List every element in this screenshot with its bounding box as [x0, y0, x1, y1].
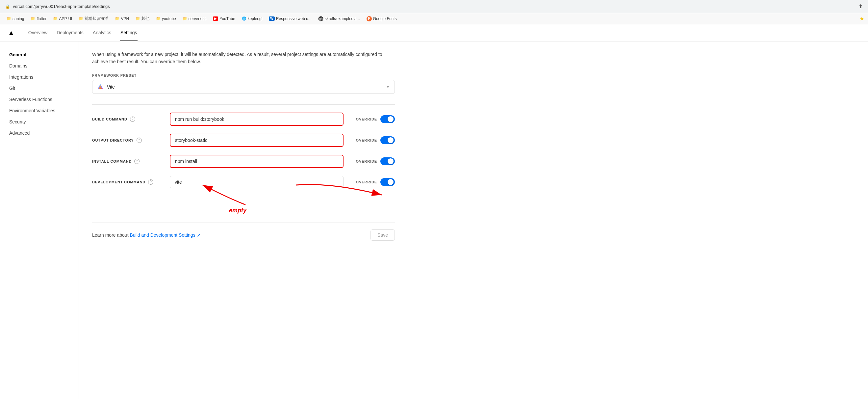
framework-description: When using a framework for a new project… — [92, 51, 395, 65]
install-command-label: INSTALL COMMAND — [92, 159, 132, 163]
bookmark-item[interactable]: serverless — [180, 16, 209, 22]
output-directory-override-label: OVERRIDE — [356, 138, 377, 142]
framework-preset-label: FRAMEWORK PRESET — [92, 73, 395, 78]
build-command-label: BUILD COMMAND — [92, 117, 127, 121]
sidebar-item-domains[interactable]: Domains — [5, 61, 73, 71]
bookmark-responsive[interactable]: W Responsive web d... — [266, 16, 314, 22]
build-command-row: BUILD COMMAND ? OVERRIDE — [92, 113, 395, 126]
settings-content: When using a framework for a new project… — [79, 41, 408, 399]
nav-tabs: Overview Deployments Analytics Settings — [28, 24, 138, 41]
tab-overview[interactable]: Overview — [28, 24, 48, 41]
build-command-input[interactable] — [170, 113, 343, 126]
footer-text: Learn more about Build and Development S… — [92, 233, 201, 238]
install-command-help-icon[interactable]: ? — [134, 159, 140, 164]
framework-preset-dropdown[interactable]: Vite ▼ — [92, 80, 395, 94]
framework-preset-section: FRAMEWORK PRESET — [92, 73, 395, 94]
fonts-icon: F — [367, 16, 372, 21]
sidebar: General Domains Integrations Git Serverl… — [0, 41, 79, 399]
build-settings-container: BUILD COMMAND ? OVERRIDE OUTPUT DIRECTOR… — [92, 113, 395, 188]
bookmark-kepler[interactable]: kepler.gl — [239, 16, 265, 22]
output-directory-label: OUTPUT DIRECTORY — [92, 138, 134, 142]
build-command-override-label: OVERRIDE — [356, 117, 377, 121]
lock-icon: 🔒 — [5, 4, 10, 9]
browser-bar: 🔒 vercel.com/jerrywu001/react-npm-templa… — [0, 0, 868, 13]
save-button[interactable]: Save — [371, 229, 395, 241]
main-layout: General Domains Integrations Git Serverl… — [0, 41, 868, 399]
bookmark-item[interactable]: APP-UI — [50, 16, 75, 22]
sidebar-item-git[interactable]: Git — [5, 83, 73, 93]
bookmark-youtube[interactable]: ▶ YouTube — [210, 16, 238, 22]
chevron-down-icon: ▼ — [386, 85, 390, 89]
vercel-logo: ▲ — [8, 29, 14, 36]
framework-value: Vite — [107, 84, 115, 90]
footer-area: Learn more about Build and Development S… — [92, 222, 395, 247]
bookmark-item[interactable]: flutter — [28, 16, 49, 22]
bookmark-item[interactable]: youtube — [153, 16, 179, 22]
bookmark-item[interactable]: 前端知识海洋 — [76, 15, 111, 22]
output-directory-override-toggle[interactable] — [380, 136, 395, 144]
build-command-help-icon[interactable]: ? — [130, 117, 135, 122]
bookmark-item[interactable]: VPN — [112, 16, 132, 22]
youtube-icon: ▶ — [213, 17, 218, 21]
bookmark-item[interactable]: suning — [4, 16, 27, 22]
build-command-override-toggle[interactable] — [380, 115, 395, 123]
vite-icon — [97, 84, 104, 90]
sidebar-item-advanced[interactable]: Advanced — [5, 128, 73, 138]
install-command-override-label: OVERRIDE — [356, 159, 377, 163]
url-bar[interactable]: vercel.com/jerrywu001/react-npm-template… — [13, 4, 856, 9]
sidebar-item-security[interactable]: Security — [5, 117, 73, 127]
github-icon: gh — [318, 16, 323, 21]
tab-analytics[interactable]: Analytics — [92, 24, 112, 41]
bookmark-skrollr[interactable]: gh skrollr/examples a... — [315, 15, 363, 22]
dev-command-label: DEVELOPMENT COMMAND — [92, 180, 146, 184]
dev-command-override-label: OVERRIDE — [356, 180, 377, 184]
tab-settings[interactable]: Settings — [120, 24, 138, 41]
bookmark-item[interactable]: 其他 — [133, 15, 152, 22]
empty-annotation: empty — [229, 207, 246, 214]
install-command-input[interactable] — [170, 155, 343, 168]
output-directory-row: OUTPUT DIRECTORY ? OVERRIDE — [92, 134, 395, 147]
sidebar-item-general[interactable]: General — [5, 50, 73, 60]
bookmarks-bar: suning flutter APP-UI 前端知识海洋 VPN 其他 yout… — [0, 13, 868, 24]
app-header: ▲ Overview Deployments Analytics Setting… — [0, 24, 868, 41]
output-directory-input[interactable] — [170, 134, 343, 147]
dev-command-override-toggle[interactable] — [380, 178, 395, 186]
install-command-override-toggle[interactable] — [380, 157, 395, 165]
sidebar-item-serverless[interactable]: Serverless Functions — [5, 94, 73, 105]
build-settings-link[interactable]: Build and Development Settings ↗ — [130, 233, 200, 238]
star-icon[interactable]: ★ — [860, 16, 864, 22]
sidebar-item-integrations[interactable]: Integrations — [5, 72, 73, 82]
tab-deployments[interactable]: Deployments — [56, 24, 84, 41]
divider — [92, 104, 395, 105]
install-command-row: INSTALL COMMAND ? OVERRIDE — [92, 155, 395, 168]
share-icon: ⬆ — [859, 3, 863, 9]
dev-command-help-icon[interactable]: ? — [148, 179, 153, 185]
svg-text:gh: gh — [319, 17, 322, 21]
sidebar-item-env-vars[interactable]: Environment Variables — [5, 105, 73, 116]
bookmark-google-fonts[interactable]: F Google Fonts — [364, 15, 399, 22]
w-icon: W — [269, 17, 274, 21]
dev-command-input[interactable] — [170, 176, 343, 188]
dev-command-row: DEVELOPMENT COMMAND ? empty — [92, 176, 395, 188]
output-directory-help-icon[interactable]: ? — [136, 137, 142, 143]
